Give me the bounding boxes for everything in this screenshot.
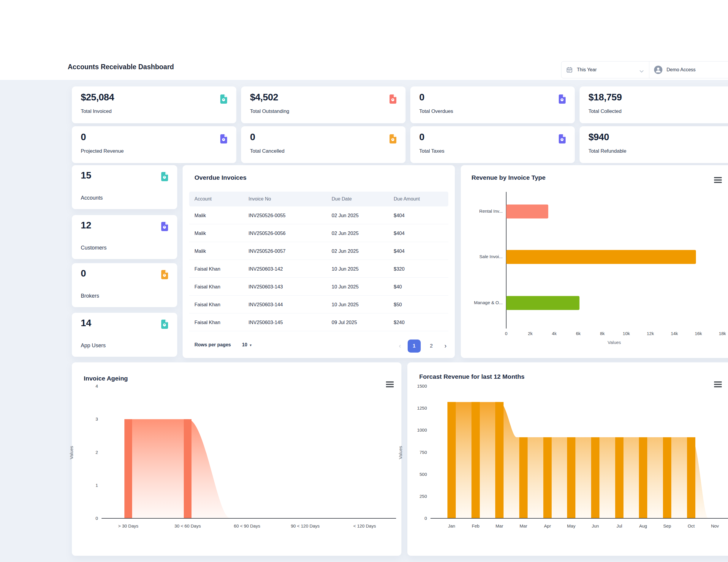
previous-page-button[interactable]: ‹	[399, 340, 401, 353]
x-tick: 2k	[521, 331, 539, 336]
y-tick: 3	[80, 417, 98, 422]
category-label: Sale Invoi...	[464, 254, 503, 259]
stat-card-customers: 12 Customers	[72, 215, 177, 259]
column-header-due-date: Due Date	[332, 196, 352, 202]
table-row[interactable]: Faisal KhanINV250603-14509 Jul 2025$240	[189, 314, 448, 331]
overdue-invoices-title: Overdue Invoices	[194, 174, 246, 181]
invoice-ageing-chart: 01234> 30 Days30 < 60 Days60 < 90 Days90…	[72, 363, 401, 556]
kpi-label: Total Refundable	[588, 148, 626, 154]
next-page-button[interactable]: ›	[444, 340, 447, 353]
category-label: Manage & O...	[464, 300, 503, 305]
calendar-icon	[566, 66, 573, 73]
invoice-icon	[161, 319, 168, 329]
invoice-icon	[558, 94, 566, 104]
table-cell: Malik	[194, 230, 206, 236]
kpi-value: 0	[419, 92, 424, 103]
invoice-icon	[389, 134, 397, 143]
header-selectors: This Year Demo Access	[561, 61, 728, 78]
table-cell: $404	[394, 212, 405, 218]
table-cell: 02 Jun 2025	[332, 212, 359, 218]
x-tick: 12k	[641, 331, 659, 336]
table-cell: 10 Jun 2025	[332, 302, 359, 307]
data-column	[543, 437, 552, 518]
x-tick: 30 < 60 Days	[167, 523, 208, 528]
y-tick: 250	[409, 494, 427, 499]
table-row[interactable]: Faisal KhanINV250603-14210 Jun 2025$320	[189, 260, 448, 278]
y-tick: 500	[409, 472, 427, 477]
stat-card-brokers: 0 Brokers	[72, 263, 177, 307]
x-tick: 10k	[617, 331, 635, 336]
kpi-card-total-overdues: 0 Total Overdues	[410, 86, 575, 123]
table-cell: $404	[394, 230, 405, 236]
bar-Rental Inv...[interactable]	[506, 205, 548, 218]
table-row[interactable]: MalikINV250526-005702 Jun 2025$404	[189, 242, 448, 260]
bar-Manage & O...[interactable]	[506, 296, 580, 310]
table-row[interactable]: Faisal KhanINV250603-14310 Jun 2025$40	[189, 278, 448, 296]
table-row[interactable]: Faisal KhanINV250603-14709 Oct 2025$240	[189, 331, 448, 334]
table-cell: 10 Jun 2025	[332, 284, 359, 289]
kpi-label: Total Outstanding	[250, 108, 289, 114]
x-tick: 8k	[594, 331, 611, 336]
kpi-card-total-refundable: $940 Total Refundable	[580, 126, 728, 163]
data-column	[495, 402, 504, 518]
table-row[interactable]: MalikINV250526-005602 Jun 2025$404	[189, 224, 448, 242]
stat-label: Brokers	[81, 293, 99, 299]
x-tick: 14k	[665, 331, 683, 336]
table-cell: $240	[394, 319, 405, 325]
data-column	[471, 402, 480, 518]
y-tick: 4	[80, 384, 98, 389]
y-tick: 1000	[409, 428, 427, 433]
pagination-row: Rows per pages 10▼ ‹ 12 ›	[194, 339, 447, 353]
table-row[interactable]: MalikINV250526-005502 Jun 2025$404	[189, 206, 448, 224]
kpi-value: $25,084	[81, 92, 114, 103]
column-header-account: Account	[194, 196, 212, 202]
y-tick: 750	[409, 450, 427, 455]
y-axis-title: Values	[398, 444, 403, 462]
x-tick: 4k	[545, 331, 563, 336]
table-row[interactable]: Faisal KhanINV250603-14410 Jun 2025$50	[189, 296, 448, 314]
caret-down-icon: ▼	[249, 344, 252, 347]
table-cell: $404	[394, 248, 405, 254]
stat-value: 0	[81, 268, 86, 279]
stat-label: App Users	[81, 343, 106, 349]
rows-per-page-select[interactable]: 10▼	[242, 342, 252, 348]
x-tick: 18k	[713, 331, 728, 336]
account-selector[interactable]: Demo Access	[649, 61, 728, 78]
x-tick: < 120 Days	[344, 523, 385, 528]
data-column	[687, 437, 695, 518]
kpi-label: Total Cancelled	[250, 148, 284, 154]
bar-Sale Invoi...[interactable]	[506, 250, 696, 264]
pager: ‹ 12 ›	[399, 339, 447, 353]
period-selector[interactable]: This Year	[561, 61, 649, 78]
kpi-label: Total Taxes	[419, 148, 444, 154]
kpi-card-total-invoiced: $25,084 Total Invoiced	[72, 86, 236, 123]
page-button-2[interactable]: 2	[425, 340, 438, 353]
kpi-card-total-cancelled: 0 Total Cancelled	[241, 126, 406, 163]
stat-value: 15	[81, 170, 91, 181]
page-button-1[interactable]: 1	[408, 340, 421, 353]
stat-card-app-users: 14 App Users	[72, 313, 177, 357]
y-tick: 1250	[409, 406, 427, 411]
column-header-invoice-no: Invoice No	[249, 196, 271, 202]
stat-label: Accounts	[81, 195, 103, 201]
kpi-card-total-taxes: 0 Total Taxes	[410, 126, 575, 163]
y-tick: 0	[80, 516, 98, 521]
x-tick: 6k	[569, 331, 587, 336]
table-cell: $50	[394, 302, 402, 307]
data-column	[615, 437, 623, 518]
invoice-icon	[161, 172, 168, 181]
invoice-icon	[558, 134, 566, 143]
invoice-ageing-panel: Invoice Ageing 01234> 30 Days30 < 60 Day…	[72, 363, 401, 556]
rows-per-page-label: Rows per pages	[194, 342, 231, 348]
kpi-label: Total Collected	[588, 108, 622, 114]
y-tick: 1500	[409, 384, 427, 389]
invoice-icon	[220, 94, 227, 104]
table-cell: INV250603-145	[249, 319, 283, 325]
invoice-icon	[161, 270, 168, 279]
data-column	[663, 437, 671, 518]
table-cell: INV250526-0056	[249, 230, 286, 236]
invoice-icon	[220, 134, 227, 143]
table-cell: Malik	[194, 212, 206, 218]
table-cell: INV250526-0055	[249, 212, 286, 218]
category-label: Rental Inv...	[464, 208, 503, 213]
